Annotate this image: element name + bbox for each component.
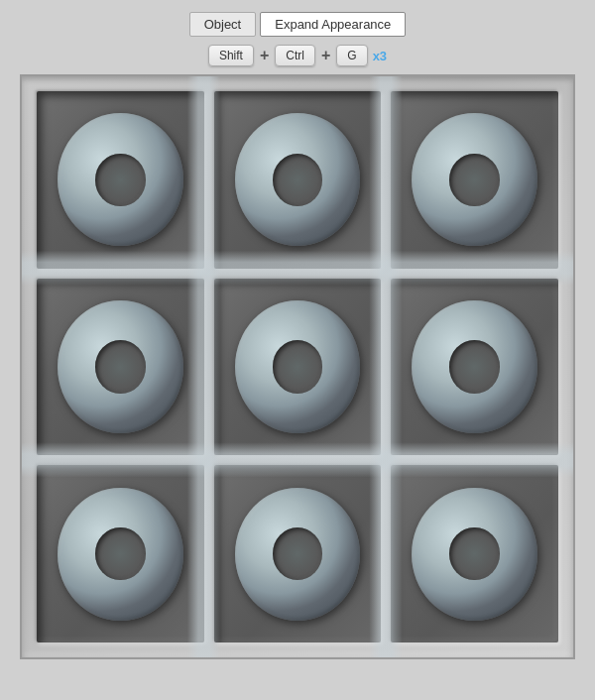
tab-object[interactable]: Object — [189, 12, 257, 37]
grid-cell-5 — [391, 279, 558, 456]
inset-box-0 — [37, 91, 204, 269]
inset-box-8 — [391, 465, 558, 642]
toolbar: Object Expand Appearance Shift + Ctrl + … — [189, 0, 407, 74]
canvas-grid — [20, 74, 575, 659]
key-g[interactable]: G — [336, 45, 367, 66]
plus-sign-2: + — [321, 47, 330, 64]
inset-box-7 — [214, 465, 382, 642]
donut-ring-0 — [58, 113, 182, 246]
donut-ring-3 — [58, 300, 182, 433]
repeat-badge: x3 — [373, 49, 387, 63]
grid-cell-7 — [214, 465, 382, 642]
plus-sign-1: + — [260, 47, 269, 64]
grid-cell-1 — [214, 91, 382, 269]
grid-cell-8 — [391, 465, 558, 642]
donut-ring-5 — [412, 300, 537, 433]
grid-cell-2 — [391, 91, 558, 269]
inset-box-6 — [37, 465, 204, 642]
key-shift[interactable]: Shift — [208, 45, 254, 66]
inset-box-5 — [391, 279, 558, 456]
grid-cell-4 — [214, 279, 382, 456]
grid-cell-6 — [37, 465, 204, 642]
inset-box-1 — [214, 91, 382, 269]
donut-ring-8 — [412, 488, 537, 621]
shortcut-row: Shift + Ctrl + G x3 — [208, 45, 387, 66]
donut-ring-4 — [235, 300, 361, 433]
grid-cell-3 — [37, 279, 204, 456]
key-ctrl[interactable]: Ctrl — [275, 45, 315, 66]
donut-ring-6 — [58, 488, 182, 621]
tab-expand-appearance[interactable]: Expand Appearance — [260, 12, 406, 37]
inset-box-3 — [37, 279, 204, 456]
inset-box-2 — [391, 91, 558, 269]
donut-ring-1 — [235, 113, 361, 246]
inset-box-4 — [214, 279, 382, 456]
tab-row: Object Expand Appearance — [189, 12, 407, 37]
grid-cell-0 — [37, 91, 204, 269]
donut-ring-7 — [235, 488, 361, 621]
donut-ring-2 — [412, 113, 537, 246]
